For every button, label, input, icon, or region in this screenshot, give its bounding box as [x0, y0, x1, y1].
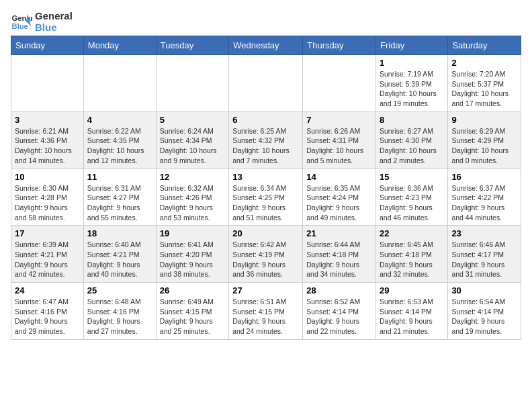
day-number: 28: [306, 285, 372, 295]
day-info: Sunrise: 6:27 AM Sunset: 4:30 PM Dayligh…: [380, 126, 444, 166]
calendar-cell: 8Sunrise: 6:27 AM Sunset: 4:30 PM Daylig…: [376, 111, 448, 169]
day-number: 16: [451, 172, 517, 182]
day-number: 30: [451, 285, 517, 295]
day-number: 29: [380, 285, 444, 295]
day-number: 20: [232, 228, 299, 238]
logo-icon: General Blue: [11, 11, 32, 33]
calendar-cell: 7Sunrise: 6:26 AM Sunset: 4:31 PM Daylig…: [303, 111, 376, 169]
day-number: 22: [380, 228, 444, 238]
day-info: Sunrise: 6:47 AM Sunset: 4:16 PM Dayligh…: [15, 297, 80, 336]
day-number: 2: [451, 58, 517, 68]
day-number: 26: [160, 285, 225, 295]
calendar-cell: 11Sunrise: 6:31 AM Sunset: 4:27 PM Dayli…: [83, 169, 156, 226]
day-info: Sunrise: 6:22 AM Sunset: 4:35 PM Dayligh…: [87, 126, 152, 166]
calendar-cell: 26Sunrise: 6:49 AM Sunset: 4:15 PM Dayli…: [156, 283, 228, 340]
day-info: Sunrise: 6:54 AM Sunset: 4:14 PM Dayligh…: [451, 297, 517, 336]
week-row-4: 17Sunrise: 6:39 AM Sunset: 4:21 PM Dayli…: [11, 226, 521, 283]
day-info: Sunrise: 6:49 AM Sunset: 4:15 PM Dayligh…: [160, 297, 225, 336]
calendar-cell: 10Sunrise: 6:30 AM Sunset: 4:28 PM Dayli…: [11, 169, 84, 226]
calendar-cell: [303, 55, 376, 112]
day-info: Sunrise: 6:29 AM Sunset: 4:29 PM Dayligh…: [451, 126, 517, 166]
day-number: 24: [15, 285, 80, 295]
day-number: 19: [160, 228, 225, 238]
day-number: 21: [306, 228, 372, 238]
calendar-cell: 3Sunrise: 6:21 AM Sunset: 4:36 PM Daylig…: [11, 111, 84, 169]
day-number: 1: [380, 58, 444, 68]
day-number: 6: [232, 115, 299, 125]
day-info: Sunrise: 7:19 AM Sunset: 5:39 PM Dayligh…: [380, 69, 444, 109]
day-info: Sunrise: 6:48 AM Sunset: 4:16 PM Dayligh…: [87, 297, 152, 336]
calendar-cell: 22Sunrise: 6:45 AM Sunset: 4:18 PM Dayli…: [376, 226, 448, 283]
calendar-cell: 6Sunrise: 6:25 AM Sunset: 4:32 PM Daylig…: [229, 111, 303, 169]
logo-line2: Blue: [35, 22, 73, 34]
day-number: 8: [380, 115, 444, 125]
day-info: Sunrise: 6:52 AM Sunset: 4:14 PM Dayligh…: [306, 297, 372, 336]
day-info: Sunrise: 6:36 AM Sunset: 4:23 PM Dayligh…: [380, 183, 444, 223]
day-number: 7: [306, 115, 372, 125]
day-info: Sunrise: 6:26 AM Sunset: 4:31 PM Dayligh…: [306, 126, 372, 166]
week-row-5: 24Sunrise: 6:47 AM Sunset: 4:16 PM Dayli…: [11, 283, 521, 340]
day-number: 25: [87, 285, 152, 295]
calendar-cell: 2Sunrise: 7:20 AM Sunset: 5:37 PM Daylig…: [448, 55, 521, 112]
day-info: Sunrise: 6:46 AM Sunset: 4:17 PM Dayligh…: [451, 240, 517, 279]
day-info: Sunrise: 6:42 AM Sunset: 4:19 PM Dayligh…: [232, 240, 299, 279]
day-number: 10: [15, 172, 80, 182]
day-number: 11: [87, 172, 152, 182]
day-info: Sunrise: 6:44 AM Sunset: 4:18 PM Dayligh…: [306, 240, 372, 279]
day-info: Sunrise: 6:41 AM Sunset: 4:20 PM Dayligh…: [160, 240, 225, 279]
day-info: Sunrise: 6:32 AM Sunset: 4:26 PM Dayligh…: [160, 183, 225, 223]
calendar-cell: 5Sunrise: 6:24 AM Sunset: 4:34 PM Daylig…: [156, 111, 228, 169]
calendar-cell: 29Sunrise: 6:53 AM Sunset: 4:14 PM Dayli…: [376, 283, 448, 340]
calendar-cell: [83, 55, 156, 112]
calendar-cell: 27Sunrise: 6:51 AM Sunset: 4:15 PM Dayli…: [229, 283, 303, 340]
calendar: SundayMondayTuesdayWednesdayThursdayFrid…: [11, 36, 521, 340]
calendar-cell: 1Sunrise: 7:19 AM Sunset: 5:39 PM Daylig…: [376, 55, 448, 112]
weekday-header-sunday: Sunday: [11, 36, 84, 55]
calendar-cell: 14Sunrise: 6:35 AM Sunset: 4:24 PM Dayli…: [303, 169, 376, 226]
day-info: Sunrise: 7:20 AM Sunset: 5:37 PM Dayligh…: [451, 69, 517, 109]
calendar-cell: 20Sunrise: 6:42 AM Sunset: 4:19 PM Dayli…: [229, 226, 303, 283]
calendar-cell: [229, 55, 303, 112]
weekday-header-monday: Monday: [83, 36, 156, 55]
calendar-cell: 16Sunrise: 6:37 AM Sunset: 4:22 PM Dayli…: [448, 169, 521, 226]
calendar-cell: 21Sunrise: 6:44 AM Sunset: 4:18 PM Dayli…: [303, 226, 376, 283]
day-number: 18: [87, 228, 152, 238]
day-number: 17: [15, 228, 80, 238]
day-number: 14: [306, 172, 372, 182]
day-info: Sunrise: 6:53 AM Sunset: 4:14 PM Dayligh…: [380, 297, 444, 336]
day-number: 5: [160, 115, 225, 125]
day-info: Sunrise: 6:37 AM Sunset: 4:22 PM Dayligh…: [451, 183, 517, 223]
day-number: 27: [232, 285, 299, 295]
day-info: Sunrise: 6:35 AM Sunset: 4:24 PM Dayligh…: [306, 183, 372, 223]
weekday-header-wednesday: Wednesday: [229, 36, 303, 55]
calendar-cell: 15Sunrise: 6:36 AM Sunset: 4:23 PM Dayli…: [376, 169, 448, 226]
day-number: 15: [380, 172, 444, 182]
day-info: Sunrise: 6:45 AM Sunset: 4:18 PM Dayligh…: [380, 240, 444, 279]
day-info: Sunrise: 6:25 AM Sunset: 4:32 PM Dayligh…: [232, 126, 299, 166]
week-row-3: 10Sunrise: 6:30 AM Sunset: 4:28 PM Dayli…: [11, 169, 521, 226]
day-info: Sunrise: 6:34 AM Sunset: 4:25 PM Dayligh…: [232, 183, 299, 223]
calendar-cell: 24Sunrise: 6:47 AM Sunset: 4:16 PM Dayli…: [11, 283, 84, 340]
day-number: 23: [451, 228, 517, 238]
day-info: Sunrise: 6:24 AM Sunset: 4:34 PM Dayligh…: [160, 126, 225, 166]
calendar-cell: [11, 55, 84, 112]
weekday-header-saturday: Saturday: [448, 36, 521, 55]
calendar-cell: 4Sunrise: 6:22 AM Sunset: 4:35 PM Daylig…: [83, 111, 156, 169]
day-number: 9: [451, 115, 517, 125]
weekday-header-thursday: Thursday: [303, 36, 376, 55]
calendar-cell: 30Sunrise: 6:54 AM Sunset: 4:14 PM Dayli…: [448, 283, 521, 340]
header: General Blue General Blue: [11, 11, 521, 33]
calendar-cell: 9Sunrise: 6:29 AM Sunset: 4:29 PM Daylig…: [448, 111, 521, 169]
day-number: 12: [160, 172, 225, 182]
calendar-cell: 19Sunrise: 6:41 AM Sunset: 4:20 PM Dayli…: [156, 226, 228, 283]
day-info: Sunrise: 6:51 AM Sunset: 4:15 PM Dayligh…: [232, 297, 299, 336]
day-number: 13: [232, 172, 299, 182]
week-row-2: 3Sunrise: 6:21 AM Sunset: 4:36 PM Daylig…: [11, 111, 521, 169]
calendar-cell: [156, 55, 228, 112]
calendar-cell: 13Sunrise: 6:34 AM Sunset: 4:25 PM Dayli…: [229, 169, 303, 226]
logo: General Blue General Blue: [11, 11, 73, 33]
calendar-cell: 12Sunrise: 6:32 AM Sunset: 4:26 PM Dayli…: [156, 169, 228, 226]
day-number: 4: [87, 115, 152, 125]
calendar-cell: 28Sunrise: 6:52 AM Sunset: 4:14 PM Dayli…: [303, 283, 376, 340]
calendar-cell: 25Sunrise: 6:48 AM Sunset: 4:16 PM Dayli…: [83, 283, 156, 340]
